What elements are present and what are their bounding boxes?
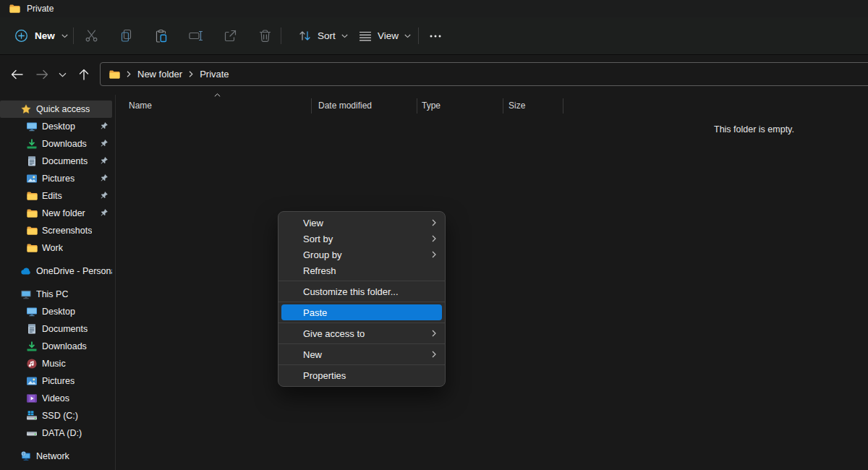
column-divider[interactable] (417, 98, 417, 114)
desktop-icon (26, 121, 38, 132)
up-button[interactable] (73, 64, 95, 85)
copy-button[interactable] (111, 23, 140, 49)
address-bar[interactable]: New folder Private (100, 62, 868, 86)
folder-icon (26, 190, 38, 202)
sidebar-item-pc-downloads[interactable]: Downloads (0, 338, 112, 355)
chevron-right-icon (432, 219, 436, 226)
pin-icon (99, 174, 109, 183)
sidebar-item-pc-pictures[interactable]: Pictures (0, 372, 112, 390)
pictures-icon (26, 173, 38, 184)
scissors-icon (84, 28, 99, 43)
sidebar-item-videos[interactable]: Videos (0, 390, 112, 407)
chevron-right-icon (432, 330, 436, 337)
sort-button-label: Sort (318, 30, 336, 41)
context-menu-item-refresh[interactable]: Refresh (278, 262, 445, 278)
chevron-down-icon (59, 72, 67, 77)
view-list-icon (359, 30, 372, 42)
pin-icon (99, 156, 109, 166)
column-header-date-modified[interactable]: Date modified (318, 96, 372, 115)
downloads-icon (26, 138, 38, 150)
forward-button[interactable] (31, 64, 53, 85)
sidebar-item-network[interactable]: Network (0, 448, 112, 465)
view-button-label: View (378, 30, 399, 41)
pin-icon (99, 121, 109, 131)
sidebar-item-pc-documents[interactable]: Documents (0, 320, 112, 338)
music-icon (26, 358, 38, 369)
documents-icon (26, 323, 38, 335)
sidebar-item-screenshots[interactable]: Screenshots (0, 222, 112, 239)
breadcrumb-segment[interactable]: New folder (137, 69, 182, 80)
new-button[interactable]: New (7, 23, 75, 49)
drive-windows-icon (26, 410, 38, 422)
navigation-pane: Quick access Desktop Downloads Documents… (0, 95, 115, 470)
view-button[interactable]: View (353, 23, 417, 49)
breadcrumb-segment[interactable]: Private (200, 69, 229, 80)
column-header-type[interactable]: Type (422, 96, 441, 115)
context-menu: View Sort by Group by Refresh Customize … (278, 211, 446, 387)
sidebar-divider (115, 95, 116, 470)
sidebar-item-this-pc[interactable]: This PC (0, 286, 112, 303)
chevron-down-icon (61, 34, 68, 38)
recent-locations-button[interactable] (54, 64, 71, 85)
downloads-icon (26, 341, 38, 352)
context-menu-item-properties[interactable]: Properties (278, 367, 445, 383)
menu-separator (278, 322, 445, 323)
sidebar-item-pc-desktop[interactable]: Desktop (0, 303, 112, 320)
menu-separator (278, 343, 445, 344)
column-header-size[interactable]: Size (509, 96, 525, 115)
delete-button[interactable] (250, 23, 279, 49)
drive-icon (26, 427, 38, 439)
share-button[interactable] (216, 23, 244, 49)
rename-button[interactable] (181, 23, 210, 49)
menu-separator (278, 364, 445, 365)
sidebar-item-ssd-c[interactable]: SSD (C:) (0, 407, 112, 424)
sidebar-item-edits[interactable]: Edits (0, 187, 112, 205)
sort-arrows-icon (298, 29, 312, 43)
command-bar: New (0, 17, 868, 55)
toolbar-divider (73, 27, 74, 44)
toolbar-divider (418, 27, 419, 44)
cut-button[interactable] (77, 23, 106, 49)
sidebar-item-quick-access[interactable]: Quick access (0, 101, 112, 118)
sort-button[interactable]: Sort (292, 23, 354, 49)
sidebar-item-data-d[interactable]: DATA (D:) (0, 424, 112, 442)
chevron-down-icon (404, 34, 411, 38)
pin-icon (99, 139, 109, 148)
plus-circle-icon (14, 29, 28, 43)
folder-icon (26, 242, 38, 254)
sidebar-item-new-folder[interactable]: New folder (0, 205, 112, 222)
folder-icon (26, 225, 38, 236)
chevron-right-icon (127, 71, 131, 77)
sidebar-item-work[interactable]: Work (0, 239, 112, 257)
sidebar-item-documents[interactable]: Documents (0, 153, 112, 170)
sidebar-item-pictures[interactable]: Pictures (0, 170, 112, 187)
sidebar-item-music[interactable]: Music (0, 355, 112, 372)
column-header-name[interactable]: Name (129, 96, 152, 115)
context-menu-item-paste[interactable]: Paste (281, 304, 442, 320)
column-divider[interactable] (563, 98, 563, 114)
chevron-right-icon (432, 251, 436, 258)
arrow-up-icon (79, 69, 89, 80)
context-menu-item-view[interactable]: View (278, 215, 445, 231)
see-more-button[interactable] (422, 23, 448, 49)
ellipsis-icon (430, 35, 441, 38)
onedrive-cloud-icon (20, 265, 32, 277)
sidebar-item-desktop[interactable]: Desktop (0, 118, 112, 135)
context-menu-item-customize-this-folder[interactable]: Customize this folder... (278, 283, 445, 299)
pin-icon (99, 208, 109, 218)
context-menu-item-give-access-to[interactable]: Give access to (278, 325, 445, 341)
videos-icon (26, 393, 38, 404)
column-headers: Name Date modified Type Size (116, 96, 868, 115)
column-divider[interactable] (311, 98, 312, 114)
sidebar-item-downloads[interactable]: Downloads (0, 135, 112, 153)
paste-button[interactable] (146, 23, 175, 49)
context-menu-item-sort-by[interactable]: Sort by (278, 231, 445, 247)
back-button[interactable] (6, 64, 27, 85)
column-divider[interactable] (503, 98, 503, 114)
file-explorer-window: Private New (0, 0, 868, 470)
context-menu-item-new[interactable]: New (278, 346, 445, 362)
pictures-icon (26, 375, 38, 387)
context-menu-item-group-by[interactable]: Group by (278, 247, 445, 262)
arrow-right-icon (36, 69, 48, 80)
sidebar-item-onedrive[interactable]: OneDrive - Personal (0, 262, 112, 280)
